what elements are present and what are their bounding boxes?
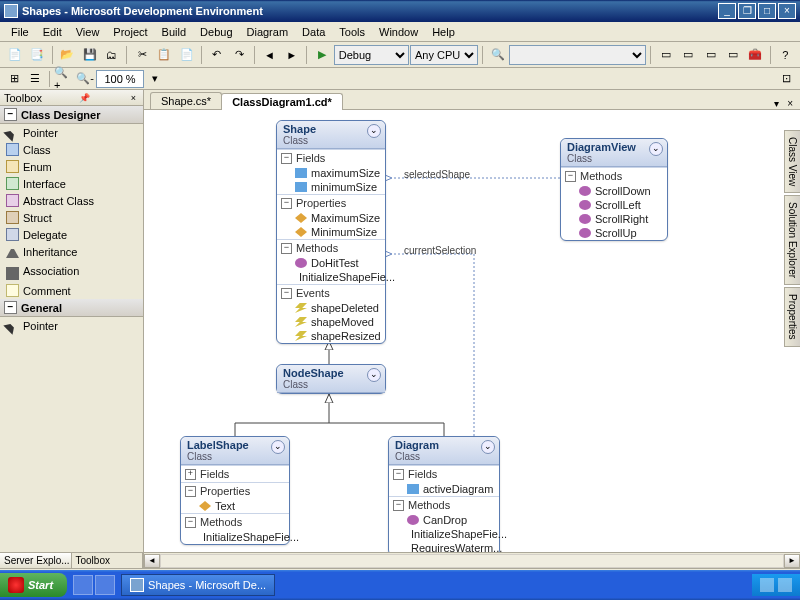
scroll-left-button[interactable]: ◄ [144, 554, 160, 568]
rollup-icon[interactable]: ⌄ [271, 440, 285, 454]
member-minimumsize[interactable]: MinimumSize [277, 225, 385, 239]
scroll-right-button[interactable]: ► [784, 554, 800, 568]
start-button[interactable]: Start [0, 573, 67, 597]
member-initializeshapefie-[interactable]: InitializeShapeFie... [181, 530, 289, 544]
section-methods[interactable]: Methods [277, 240, 385, 256]
tab-solution-explorer[interactable]: Solution Explorer [784, 195, 800, 285]
menu-view[interactable]: View [69, 24, 107, 40]
members-button[interactable]: ☰ [25, 69, 45, 89]
section-methods[interactable]: Methods [389, 497, 499, 513]
menu-data[interactable]: Data [295, 24, 332, 40]
menu-tools[interactable]: Tools [332, 24, 372, 40]
undo-button[interactable]: ↶ [206, 44, 227, 66]
zoom-out-button[interactable]: 🔍- [75, 69, 95, 89]
window2-button[interactable]: ▭ [678, 44, 699, 66]
menu-build[interactable]: Build [155, 24, 193, 40]
system-tray[interactable] [752, 574, 800, 596]
tab-toolbox[interactable]: Toolbox [72, 553, 144, 568]
member-text[interactable]: Text [181, 499, 289, 513]
toolbox-cat-general[interactable]: General [0, 299, 143, 317]
toolbox-close-button[interactable]: × [128, 93, 139, 103]
tab-properties[interactable]: Properties [784, 287, 800, 347]
class-nodeshape[interactable]: NodeShapeClass⌄ [276, 364, 386, 394]
new-project-button[interactable]: 📄 [4, 44, 25, 66]
toolbox-item-class[interactable]: Class [0, 141, 143, 158]
section-fields[interactable]: Fields [389, 466, 499, 482]
fit-button[interactable]: ⊡ [776, 69, 796, 89]
member-requireswaterm-[interactable]: RequiresWaterm... [389, 541, 499, 552]
class-labelshape[interactable]: LabelShapeClass⌄FieldsPropertiesTextMeth… [180, 436, 290, 545]
section-fields[interactable]: Fields [181, 466, 289, 482]
class-shape[interactable]: ShapeClass⌄FieldsmaximumSizeminimumSizeP… [276, 120, 386, 344]
member-scrolldown[interactable]: ScrollDown [561, 184, 667, 198]
find-button[interactable]: 🔍 [487, 44, 508, 66]
rollup-icon[interactable]: ⌄ [367, 368, 381, 382]
quicklaunch-1[interactable] [73, 575, 93, 595]
help-button[interactable]: ? [775, 44, 796, 66]
toolbox-item-abstract-class[interactable]: Abstract Class [0, 192, 143, 209]
cut-button[interactable]: ✂ [131, 44, 152, 66]
toolbox-item-comment[interactable]: Comment [0, 282, 143, 299]
tab-shape-cs[interactable]: Shape.cs* [150, 92, 222, 109]
menu-debug[interactable]: Debug [193, 24, 239, 40]
window4-button[interactable]: ▭ [722, 44, 743, 66]
section-events[interactable]: Events [277, 285, 385, 301]
member-scrollleft[interactable]: ScrollLeft [561, 198, 667, 212]
restore-button[interactable]: ❐ [738, 3, 756, 19]
open-button[interactable]: 📂 [57, 44, 78, 66]
member-shapedeleted[interactable]: shapeDeleted [277, 301, 385, 315]
class-diagramview[interactable]: DiagramViewClass⌄MethodsScrollDownScroll… [560, 138, 668, 241]
maximize-button[interactable]: □ [758, 3, 776, 19]
tray-icon-2[interactable] [778, 578, 792, 592]
toolbox-item-inheritance[interactable]: Inheritance [0, 243, 143, 260]
tab-close-button[interactable]: × [784, 98, 796, 109]
section-methods[interactable]: Methods [181, 514, 289, 530]
zoom-dropdown[interactable]: ▾ [145, 69, 165, 89]
section-methods[interactable]: Methods [561, 168, 667, 184]
navigate-back-button[interactable]: ◄ [259, 44, 280, 66]
toolbox-item-interface[interactable]: Interface [0, 175, 143, 192]
toolbox-item-delegate[interactable]: Delegate [0, 226, 143, 243]
group-button[interactable]: ⊞ [4, 69, 24, 89]
tray-icon-1[interactable] [760, 578, 774, 592]
member-minimumsize[interactable]: minimumSize [277, 180, 385, 194]
rollup-icon[interactable]: ⌄ [367, 124, 381, 138]
copy-button[interactable]: 📋 [154, 44, 175, 66]
member-shaperesized[interactable]: shapeResized [277, 329, 385, 343]
member-shapemoved[interactable]: shapeMoved [277, 315, 385, 329]
member-scrollup[interactable]: ScrollUp [561, 226, 667, 240]
close-button[interactable]: × [778, 3, 796, 19]
tab-dropdown-button[interactable]: ▾ [771, 98, 782, 109]
platform-select[interactable]: Any CPU [410, 45, 478, 65]
menu-edit[interactable]: Edit [36, 24, 69, 40]
start-debug-button[interactable]: ▶ [311, 44, 332, 66]
window1-button[interactable]: ▭ [655, 44, 676, 66]
toolbox-pin-button[interactable]: 📌 [76, 93, 93, 103]
member-activediagram[interactable]: activeDiagram [389, 482, 499, 496]
toolbox-cat-class-designer[interactable]: Class Designer [0, 106, 143, 124]
member-maximumsize[interactable]: MaximumSize [277, 211, 385, 225]
menu-project[interactable]: Project [106, 24, 154, 40]
tab-server-explorer[interactable]: Server Explo... [0, 553, 72, 568]
section-properties[interactable]: Properties [181, 483, 289, 499]
toolbox-item-enum[interactable]: Enum [0, 158, 143, 175]
member-maximumsize[interactable]: maximumSize [277, 166, 385, 180]
member-dohittest[interactable]: DoHitTest [277, 256, 385, 270]
taskbar-app-button[interactable]: Shapes - Microsoft De... [121, 574, 275, 596]
member-initializeshapefie-[interactable]: InitializeShapeFie... [277, 270, 385, 284]
find-select[interactable] [509, 45, 646, 65]
member-scrollright[interactable]: ScrollRight [561, 212, 667, 226]
menu-window[interactable]: Window [372, 24, 425, 40]
section-fields[interactable]: Fields [277, 150, 385, 166]
tab-classdiagram[interactable]: ClassDiagram1.cd* [221, 93, 343, 110]
rollup-icon[interactable]: ⌄ [649, 142, 663, 156]
zoom-in-button[interactable]: 🔍+ [54, 69, 74, 89]
h-scrollbar[interactable]: ◄ ► [144, 552, 800, 568]
add-item-button[interactable]: 📑 [26, 44, 47, 66]
tab-class-view[interactable]: Class View [784, 130, 800, 193]
menu-help[interactable]: Help [425, 24, 462, 40]
toolbox-button[interactable]: 🧰 [745, 44, 766, 66]
menu-diagram[interactable]: Diagram [240, 24, 296, 40]
config-select[interactable]: Debug [334, 45, 409, 65]
toolbox-item-pointer[interactable]: Pointer [0, 317, 143, 334]
